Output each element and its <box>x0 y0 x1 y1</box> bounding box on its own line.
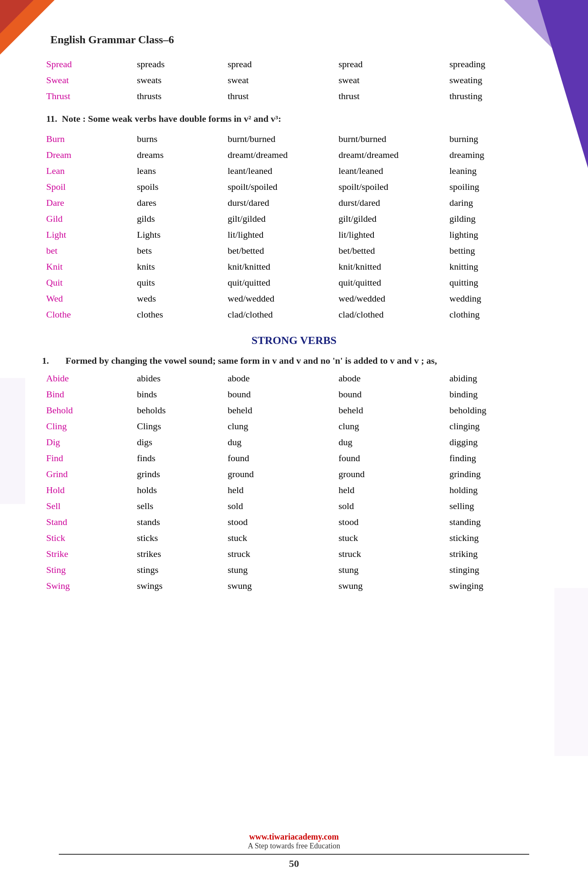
table-cell: Cling <box>42 418 133 434</box>
table-cell: grinding <box>445 466 546 482</box>
table-cell: Sting <box>42 562 133 578</box>
table-cell: Knit <box>42 259 133 275</box>
table-cell: Sell <box>42 498 133 514</box>
table-cell: bound <box>223 386 334 402</box>
table-cell: Thrust <box>42 88 133 104</box>
table-cell: sweat <box>223 72 334 88</box>
table-cell: durst/dared <box>334 195 445 211</box>
table-cell: stands <box>133 514 223 530</box>
table-cell: quit/quitted <box>223 275 334 291</box>
table-cell: wed/wedded <box>223 291 334 307</box>
table-cell: clad/clothed <box>223 307 334 323</box>
table-cell: leant/leaned <box>223 163 334 179</box>
table-cell: betting <box>445 243 546 259</box>
table-cell: bet/betted <box>223 243 334 259</box>
table-cell: durst/dared <box>223 195 334 211</box>
table-cell: stinging <box>445 562 546 578</box>
table-cell: daring <box>445 195 546 211</box>
table-cell: finds <box>133 450 223 466</box>
table-cell: held <box>223 482 334 498</box>
table-cell: striking <box>445 546 546 562</box>
table-cell: standing <box>445 514 546 530</box>
table-cell: spread <box>334 56 445 72</box>
table-cell: sweats <box>133 72 223 88</box>
table-cell: Bind <box>42 386 133 402</box>
table-cell: binds <box>133 386 223 402</box>
table-cell: binding <box>445 386 546 402</box>
table-cell: gilds <box>133 211 223 227</box>
table-cell: Gild <box>42 211 133 227</box>
table-cell: gilt/gilded <box>334 211 445 227</box>
table-cell: knits <box>133 259 223 275</box>
table-cell: burnt/burned <box>223 131 334 147</box>
table-cell: dreams <box>133 147 223 163</box>
strong-verbs-point1: 1. Formed by changing the vowel sound; s… <box>42 351 546 370</box>
table-cell: abode <box>334 370 445 386</box>
table-cell: Lights <box>133 227 223 243</box>
table-cell: spoiling <box>445 179 546 195</box>
table-cell: dreaming <box>445 147 546 163</box>
page-number: 50 <box>0 858 588 869</box>
table-cell: stuck <box>334 530 445 546</box>
table-cell: dreamt/dreamed <box>334 147 445 163</box>
table-cell: held <box>334 482 445 498</box>
table-cell: clung <box>334 418 445 434</box>
table-cell: Stand <box>42 514 133 530</box>
page-title: English Grammar Class–6 <box>50 34 546 46</box>
table-cell: Clothe <box>42 307 133 323</box>
table-cell: strikes <box>133 546 223 562</box>
table-cell: spoilt/spoiled <box>223 179 334 195</box>
table-cell: struck <box>334 546 445 562</box>
table-cell: Burn <box>42 131 133 147</box>
table-cell: Find <box>42 450 133 466</box>
table-cell: dares <box>133 195 223 211</box>
table-cell: leant/leaned <box>334 163 445 179</box>
note-text: 11. Note : Some weak verbs have double f… <box>42 108 546 128</box>
table-cell: lit/lighted <box>334 227 445 243</box>
table-cell: Grind <box>42 466 133 482</box>
table-cell: sweat <box>334 72 445 88</box>
table-cell: burning <box>445 131 546 147</box>
table-cell: sold <box>223 498 334 514</box>
strong-verbs-table: AbideabidesabodeabodeabidingBindbindsbou… <box>42 370 546 594</box>
note-row-table: 11. Note : Some weak verbs have double f… <box>42 108 546 128</box>
table-cell: ground <box>223 466 334 482</box>
table-cell: Lean <box>42 163 133 179</box>
table-cell: Spread <box>42 56 133 72</box>
table-cell: Light <box>42 227 133 243</box>
table-cell: Spoil <box>42 179 133 195</box>
table-cell: Dream <box>42 147 133 163</box>
table-cell: Quit <box>42 275 133 291</box>
table-cell: swings <box>133 578 223 594</box>
table-cell: dug <box>334 434 445 450</box>
table-cell: swinging <box>445 578 546 594</box>
table-cell: thrust <box>223 88 334 104</box>
table-cell: burnt/burned <box>334 131 445 147</box>
table-cell: stood <box>334 514 445 530</box>
table-cell: found <box>223 450 334 466</box>
table-cell: stuck <box>223 530 334 546</box>
table-cell: digs <box>133 434 223 450</box>
table-cell: beholds <box>133 402 223 418</box>
table-cell: burns <box>133 131 223 147</box>
table-cell: found <box>334 450 445 466</box>
table-cell: spread <box>223 56 334 72</box>
table-cell: sold <box>334 498 445 514</box>
table-cell: knit/knitted <box>223 259 334 275</box>
table-cell: swung <box>334 578 445 594</box>
table-cell: finding <box>445 450 546 466</box>
table-cell: Swing <box>42 578 133 594</box>
table-cell: clothes <box>133 307 223 323</box>
table-cell: Wed <box>42 291 133 307</box>
table-cell: spreading <box>445 56 546 72</box>
table-cell: wed/wedded <box>334 291 445 307</box>
table-cell: beheld <box>223 402 334 418</box>
table-cell: clad/clothed <box>334 307 445 323</box>
table-cell: swung <box>223 578 334 594</box>
table-cell: Hold <box>42 482 133 498</box>
table-cell: stood <box>223 514 334 530</box>
table-cell: spoilt/spoiled <box>334 179 445 195</box>
table-cell: holding <box>445 482 546 498</box>
table-cell: bet <box>42 243 133 259</box>
footer-website: www.tiwariacademy.com <box>0 832 588 842</box>
